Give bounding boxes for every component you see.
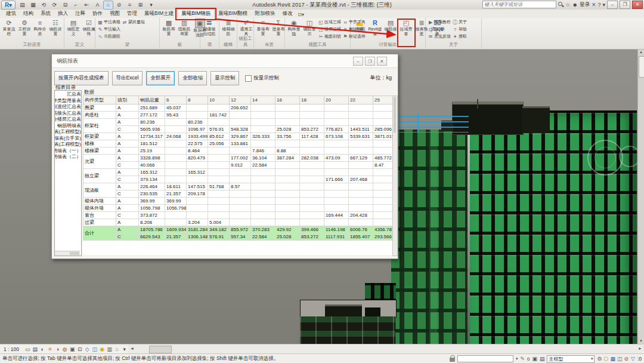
tree-item-4[interactable]: 分楼层汇总表 [55, 116, 81, 122]
editing-requests-icon[interactable]: ⬡ [604, 356, 609, 362]
tree-item-1[interactable]: 钢筋构件类型用量表 [55, 97, 81, 104]
button-view-section[interactable]: ✂视图剖切 [318, 33, 341, 40]
select-pinned-icon[interactable]: ⊘ [624, 356, 628, 362]
button-masonry-tie[interactable]: 〓砌体墙拉结筋 [202, 19, 217, 36]
table-row[interactable]: C230.53521.357209.178 [83, 190, 398, 198]
dialog-button-export-excel[interactable]: 导出Excel [112, 71, 143, 85]
dialog-button-generate-report-by-expanded[interactable]: 按展开内容生成报表 [54, 71, 109, 85]
temporary-view-icon[interactable]: ⌂ [113, 346, 121, 352]
close-button[interactable]: ✕ [632, 1, 643, 9]
display-control-checkbox[interactable]: 按显示控制 [245, 75, 279, 82]
ribbon-tab-view[interactable]: 视图 [106, 10, 123, 18]
save-icon[interactable]: ▦ [28, 1, 38, 10]
tree-item-5[interactable]: 钢筋明细表 [55, 122, 81, 129]
more-icon[interactable]: ▾ [121, 346, 129, 352]
help-icon[interactable]: ? [597, 2, 600, 8]
table-row[interactable]: 楼梯A181.51222.57525.056133.881 [83, 140, 398, 147]
3d-view-icon[interactable]: ⌂ [103, 1, 113, 10]
table-row[interactable]: C379.134171.666207.468 [83, 176, 398, 183]
worksets-icon[interactable]: ⚙ [597, 356, 602, 362]
section-icon[interactable]: ⊘ [114, 1, 124, 10]
dialog-maximize-button[interactable]: ❐ [365, 57, 375, 66]
chevron-down-icon[interactable]: ▾ [602, 2, 605, 8]
button-calc-flow[interactable]: ⟳算量流程 [2, 19, 17, 36]
print-icon[interactable]: ⊟ [60, 1, 70, 10]
ribbon-tab-structure[interactable]: 结构 [20, 10, 37, 18]
table-vertical-scrollbar[interactable] [392, 96, 398, 256]
pencil-icon[interactable]: ✎ [520, 356, 525, 362]
table-row[interactable]: 框架柱A80.23680.236 [83, 119, 398, 126]
person-icon[interactable]: ☻ [572, 2, 577, 8]
signin-link[interactable]: 登录 [580, 1, 590, 8]
crop-view-icon[interactable]: ▣ [69, 346, 76, 352]
button-project-setup[interactable]: ⚙工程设置 [17, 19, 32, 36]
table-row[interactable]: C5605.9361096.97576.91548.32825.028853.2… [83, 126, 398, 133]
table-row[interactable]: C6629.54321.3571306.148576.91557.3422.58… [83, 233, 398, 241]
show-crop-icon[interactable]: ⊡ [76, 346, 84, 352]
ribbon-tab-chenxi-bim-model[interactable]: 晨曦BIM翻模 [215, 10, 251, 18]
button-revit-takeoff[interactable]: RRevit提量 [368, 19, 383, 36]
table-row[interactable]: 窗台C373.872169.444204.428 [83, 212, 398, 219]
main-model-icon[interactable]: ▤ [540, 356, 545, 362]
scroll-up-icon[interactable]: ▲ [638, 49, 644, 55]
sun-path-icon[interactable]: ☀ [47, 346, 54, 352]
tree-item-9[interactable]: 构件汇总信息明细表（一） [55, 147, 81, 154]
table-row[interactable]: 过梁A8.2083.2045.004 [83, 219, 398, 226]
button-hanger-bars[interactable]: ∿吊筋腰筋 [97, 33, 120, 40]
button-rebar-define[interactable]: ▤钢筋定义 [66, 19, 81, 36]
ribbon-tab-collaborate[interactable]: 协作 [89, 10, 106, 18]
button-floor-3d[interactable]: ◳楼层三维 [318, 26, 341, 33]
button-batch-layout[interactable]: Σ批量布置 [271, 19, 286, 36]
button-general-tools[interactable]: ✐通用工具 [239, 19, 254, 36]
table-row[interactable]: 合计A18705.7861609.9343181.284349.182855.9… [83, 226, 398, 233]
viewport-vertical-scrollbar[interactable]: ▲ ▼ [637, 49, 644, 344]
ribbon-tab-architecture[interactable]: 建筑 [2, 10, 20, 18]
button-stair-rebar[interactable]: ≣楼梯钢筋 [221, 19, 236, 36]
button-video-tutorial[interactable]: ▶视频教程 [428, 19, 451, 26]
ribbon-tab-insert[interactable]: 插入 [54, 10, 72, 18]
measure-icon[interactable]: ⌐ [71, 1, 81, 10]
button-license[interactable]: ✦授权 [452, 33, 467, 40]
button-span-regroup[interactable]: ⇄梁跨重组 [122, 19, 145, 26]
dropdown-caret-icon[interactable]: ▾ [516, 356, 518, 361]
temporary-hide-icon[interactable]: ◫ [91, 346, 99, 352]
search-icon[interactable] [558, 2, 564, 7]
table-row[interactable]: 砌体内墙A369.99369.99 [83, 198, 398, 205]
button-component-class[interactable]: ≡构件分类 [33, 19, 48, 36]
redo-icon[interactable]: ⟳ [49, 1, 60, 10]
restore-button[interactable]: ❐ [620, 1, 630, 9]
scroll-down-icon[interactable]: ▼ [638, 338, 644, 344]
table-scroll-thumb[interactable] [394, 97, 396, 133]
vertical-scroll-thumb[interactable] [639, 56, 644, 78]
tree-item-7[interactable]: 钢筋明细表(云手算) [55, 135, 81, 141]
button-qq-group[interactable]: QQQ群 [428, 26, 451, 33]
table-row[interactable]: 独立梁A165.312165.312 [83, 169, 398, 176]
filter-icon[interactable]: ▽ [631, 356, 635, 362]
ribbon-tab-chenxi-bim-rebar[interactable]: 晨曦BIM钢筋 [177, 9, 215, 18]
button-feedback[interactable]: ✉意见反馈 [428, 33, 451, 40]
worksharing-display-icon[interactable]: ▥ [106, 346, 114, 352]
ribbon-tab-addins[interactable]: 附加模块 [251, 10, 278, 18]
tab-options-icon[interactable]: ⊡▾ [296, 11, 306, 18]
dialog-minimize-button[interactable]: – [353, 57, 363, 66]
design-options-icon[interactable]: ▣ [532, 356, 537, 362]
unlock-view-icon[interactable]: ◇ [83, 346, 91, 352]
a360-icon[interactable]: ✕ [592, 2, 596, 8]
tree-item-6[interactable]: 钢筋明细表(工程模型) [55, 128, 81, 135]
ribbon-tab-chenxi-bim-civil[interactable]: 晨曦BIM土建 [141, 10, 177, 18]
search-input[interactable] [482, 1, 556, 8]
button-rebar-props[interactable]: ☑钢筋属性 [82, 19, 97, 36]
ribbon-tab-systems[interactable]: 系统 [37, 10, 54, 18]
shadows-icon[interactable]: ◑ [54, 346, 61, 352]
button-rebar-display[interactable]: ◫钢筋显示 [302, 19, 317, 36]
table-row[interactable]: 砌体外墙A1056.7981056.798 [83, 205, 398, 212]
tree-item-2[interactable]: 钢筋级别直径汇总表 [55, 103, 81, 110]
table-row[interactable]: 现浇板A226.46418.611147.51551.7688.57 [83, 183, 398, 190]
reveal-hidden-icon[interactable]: ◉ [98, 346, 106, 352]
horizontal-scroll-thumb[interactable] [149, 346, 172, 353]
view-scale-label[interactable]: 1 : 100 [4, 346, 19, 352]
button-rebar-report[interactable]: ▤钢筋报表 [383, 19, 398, 36]
open-icon[interactable]: ▤ [17, 1, 27, 10]
render-icon[interactable]: ◍ [61, 346, 69, 352]
aligned-dimension-icon[interactable]: ⇤ [82, 1, 92, 10]
